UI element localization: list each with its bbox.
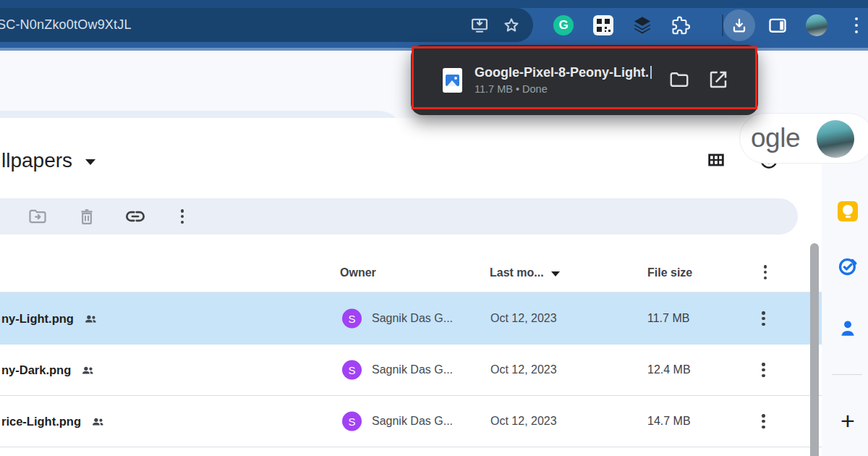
owner-name: Sagnik Das G... (372, 415, 453, 428)
owner-avatar: S (342, 360, 362, 380)
google-logo-text: ogle (751, 123, 800, 153)
file-size: 14.7 MB (647, 415, 691, 428)
browser-toolbar: SC-N0nZko0tOw9XtJL G (0, 0, 868, 51)
row-menu-button[interactable] (762, 308, 765, 329)
keep-icon (838, 201, 858, 221)
more-actions-button[interactable] (172, 206, 192, 227)
download-icon (730, 16, 749, 35)
file-row[interactable]: rice-Light.png S Sagnik Das G... Oct 12,… (0, 396, 822, 447)
move-folder-icon (27, 206, 48, 227)
copy-link-button[interactable] (125, 206, 145, 227)
row-menu-button[interactable] (762, 360, 765, 380)
file-name: ny-Dark.png (1, 363, 71, 377)
shared-people-icon (83, 311, 98, 326)
modified-date: Oct 12, 2023 (490, 415, 557, 428)
vertical-scrollbar[interactable] (810, 243, 819, 456)
account-widget[interactable]: ogle (739, 113, 868, 164)
chevron-down-icon (85, 159, 95, 165)
grammarly-extension-icon[interactable]: G (553, 15, 574, 35)
send-to-device-icon[interactable] (469, 15, 490, 35)
column-header-owner[interactable]: Owner (340, 262, 376, 284)
column-settings-button[interactable] (762, 262, 769, 282)
keep-app-button[interactable] (838, 201, 858, 221)
trash-icon (77, 206, 97, 227)
owner-name: Sagnik Das G... (372, 363, 453, 376)
qr-extension-icon[interactable] (593, 15, 613, 35)
screenshot-root: ogle llpapers (0, 0, 868, 456)
downloads-button[interactable] (723, 9, 755, 41)
file-size: 12.4 MB (647, 363, 691, 376)
row-menu-button[interactable] (762, 411, 765, 431)
layers-extension-icon[interactable] (632, 15, 652, 35)
extensions-puzzle-icon[interactable] (671, 15, 691, 35)
sidebar-divider (832, 374, 862, 375)
modified-date: Oct 12, 2023 (490, 363, 557, 376)
tab-strip[interactable] (0, 0, 868, 8)
shared-people-icon (90, 414, 106, 429)
address-bar[interactable]: SC-N0nZko0tOw9XtJL (0, 8, 533, 42)
file-size: 11.7 MB (647, 312, 689, 325)
contacts-person-icon (838, 318, 858, 338)
delete-button[interactable] (77, 206, 97, 227)
shared-people-icon (80, 363, 95, 378)
url-text: SC-N0nZko0tOw9XtJL (0, 17, 132, 33)
annotation-red-box (412, 46, 757, 109)
tasks-app-button[interactable] (838, 256, 858, 276)
column-header-modified[interactable]: Last mo... (490, 262, 560, 284)
file-row[interactable]: ny-Dark.png S Sagnik Das G... Oct 12, 20… (0, 345, 822, 396)
sort-caret-icon (551, 271, 560, 276)
owner-avatar: S (342, 309, 362, 329)
bookmark-star-icon[interactable] (501, 15, 522, 35)
owner-name: Sagnik Das G... (372, 312, 453, 325)
column-header-size[interactable]: File size (647, 262, 692, 284)
kebab-icon (855, 17, 858, 20)
browser-profile-avatar[interactable] (806, 14, 827, 36)
modified-date: Oct 12, 2023 (490, 312, 557, 325)
file-name: rice-Light.png (1, 415, 81, 428)
grid-view-button[interactable] (706, 150, 726, 170)
profile-avatar[interactable] (817, 120, 854, 158)
link-icon (125, 206, 145, 227)
add-apps-button[interactable]: + (836, 410, 859, 433)
folder-title-dropdown[interactable]: llpapers (1, 145, 95, 177)
kebab-icon (181, 209, 184, 213)
tasks-icon (838, 256, 858, 276)
chrome-menu-button[interactable] (854, 17, 859, 33)
download-bubble[interactable]: Google-Pixel-8-Peony-Light. 11.7 MB • Do… (411, 45, 758, 115)
owner-avatar: S (342, 412, 362, 431)
side-panel-icon[interactable] (767, 15, 788, 35)
move-to-folder-button[interactable] (27, 206, 48, 227)
selection-toolbar (0, 198, 798, 235)
page-title: llpapers (1, 149, 72, 172)
grid-view-icon (706, 150, 726, 170)
file-row[interactable]: ny-Light.png S Sagnik Das G... Oct 12, 2… (0, 292, 822, 345)
file-name: ny-Light.png (1, 312, 74, 326)
contacts-app-button[interactable] (838, 318, 858, 338)
